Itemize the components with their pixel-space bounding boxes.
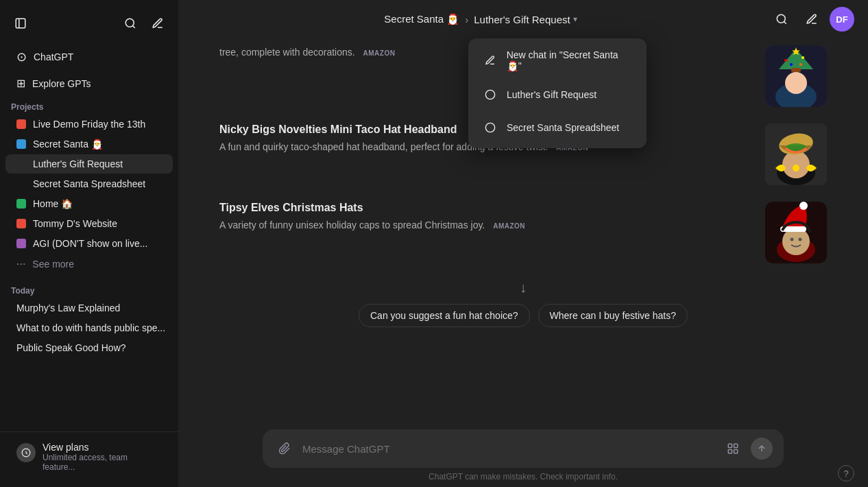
down-arrow-icon: ↓ [520,280,527,296]
sidebar-chatgpt-label: ChatGPT [34,51,73,62]
svg-point-32 [799,238,802,241]
sidebar-item-secret-santa[interactable]: Secret Santa 🎅 [5,134,173,154]
explore-icon: ⊞ [16,77,25,90]
suggestion-chips: Can you suggest a fun hat choice? Where … [192,304,854,327]
amazon-badge-1: AMAZON [363,49,396,57]
plan-info: View plans Unlimited access, team featur… [43,442,162,472]
plan-icon [16,443,36,462]
svg-rect-35 [728,450,732,453]
dropdown-item-new-chat[interactable]: New chat in "Secret Santa 🎅" [472,43,642,78]
home-label: Home 🏠 [33,198,73,209]
svg-point-11 [785,72,807,94]
svg-point-8 [485,123,494,132]
breadcrumb-separator: › [465,14,468,25]
header: Secret Santa 🎅 › Luther's Gift Request ▾… [178,0,868,38]
tommy-dot [16,219,26,228]
chevron-down-icon: ▾ [573,14,577,24]
secret-santa-sheet-label: Secret Santa Spreadsheet [33,178,145,189]
view-plans-sub: Unlimited access, team feature... [43,453,162,472]
sidebar-item-tommy[interactable]: Tommy D's Website [5,214,173,233]
svg-rect-14 [791,68,801,72]
toggle-sidebar-button[interactable] [8,11,33,36]
svg-point-16 [784,59,787,62]
sidebar-item-explore[interactable]: ⊞ Explore GPTs [5,71,173,95]
breadcrumb-current[interactable]: Luther's Gift Request ▾ [474,14,577,25]
dropdown-luthers-gift-label: Luther's Gift Request [507,89,596,100]
svg-rect-36 [734,450,738,453]
sidebar-item-home[interactable]: Home 🏠 [5,194,173,213]
breadcrumb-current-label: Luther's Gift Request [474,14,570,25]
main-content: Secret Santa 🎅 › Luther's Gift Request ▾… [178,0,868,487]
sidebar-item-public-speak[interactable]: Public Speak Good How? [5,338,173,357]
svg-point-19 [799,63,802,66]
sidebar: ⊙ ChatGPT ⊞ Explore GPTs Projects Live D… [0,0,178,487]
header-right: DF [769,7,854,32]
sidebar-item-live-demo[interactable]: Live Demo Friday the 13th [5,115,173,134]
dropdown-item-secret-santa-sheet[interactable]: Secret Santa Spreadsheet [472,111,642,144]
view-plans-button[interactable]: View plans Unlimited access, team featur… [11,438,167,476]
today-section: Today Murphy's Law Explained What to do … [0,281,178,358]
sidebar-see-more[interactable]: ··· See more [5,254,173,274]
header-edit-button[interactable] [799,7,824,32]
svg-point-2 [125,19,134,27]
svg-point-5 [777,14,785,23]
dropdown-item-luthers-gift[interactable]: Luther's Gift Request [472,78,642,111]
suggestion-chip-1[interactable]: Can you suggest a fun hat choice? [359,304,530,327]
send-button[interactable] [751,438,773,460]
chatgpt-icon: ⊙ [16,49,27,64]
suggestion-chip-2[interactable]: Where can I buy festive hats? [538,304,688,327]
svg-point-17 [801,56,804,59]
see-more-icon: ··· [16,258,25,270]
attach-button[interactable] [274,438,296,460]
luthers-gift-label: Luther's Gift Request [33,158,123,169]
see-more-label: See more [32,259,74,270]
user-avatar-button[interactable]: DF [830,7,854,32]
product-card-3: Tipsy Elves Christmas Hats A variety of … [192,202,854,263]
product-desc-3: A variety of funny unisex holiday caps t… [219,218,617,233]
header-search-button[interactable] [769,7,794,32]
sidebar-bottom: View plans Unlimited access, team featur… [0,431,178,482]
live-demo-label: Live Demo Friday the 13th [33,119,145,130]
hands-public-label: What to do with hands public spe... [16,322,165,333]
sidebar-item-secret-santa-sheet[interactable]: Secret Santa Spreadsheet ··· [5,174,173,193]
product-image-3 [765,202,827,263]
new-chat-icon [481,51,500,70]
svg-point-18 [790,63,793,66]
murphys-law-label: Murphy's Law Explained [16,302,120,313]
home-dot [16,199,26,209]
svg-point-7 [485,90,494,99]
dropdown-new-chat-label: New chat in "Secret Santa 🎅" [507,49,634,71]
product-title-3: Tipsy Elves Christmas Hats [219,202,617,214]
svg-point-30 [799,202,808,210]
sidebar-item-murphys-law[interactable]: Murphy's Law Explained [5,298,173,318]
svg-rect-34 [734,444,738,447]
dropdown-santa-sheet-label: Secret Santa Spreadsheet [507,122,619,133]
sidebar-item-chatgpt[interactable]: ⊙ ChatGPT [5,44,173,70]
chat-icon-1 [481,85,500,104]
search-button[interactable] [118,11,143,36]
agi-dot [16,239,26,248]
projects-section-label: Projects [0,97,178,115]
svg-line-6 [784,21,786,23]
amazon-badge-3: AMAZON [493,222,525,230]
sidebar-item-hands-public[interactable]: What to do with hands public spe... [5,318,173,337]
chat-icon-2 [481,118,500,137]
secret-santa-dot [16,139,26,149]
message-input[interactable] [302,443,715,455]
scroll-indicator: ↓ [192,280,854,296]
svg-rect-33 [728,444,732,447]
help-button[interactable]: ? [838,465,854,482]
secret-santa-label: Secret Santa 🎅 [33,139,103,150]
sidebar-header [0,5,178,41]
tools-button[interactable] [722,438,744,460]
sidebar-item-luthers-gift[interactable]: Luther's Gift Request ··· [5,154,173,174]
svg-point-25 [793,165,799,171]
input-area: ChatGPT can make mistakes. Check importa… [178,429,868,487]
svg-point-31 [791,238,794,241]
new-chat-button[interactable] [145,11,170,36]
sidebar-item-agi[interactable]: AGI (DON'T show on live... [5,234,173,253]
view-plans-label: View plans [43,442,162,453]
breadcrumb-parent[interactable]: Secret Santa 🎅 [384,13,459,25]
footer-note: ChatGPT can make mistakes. Check importa… [429,472,618,482]
svg-line-3 [132,25,134,27]
